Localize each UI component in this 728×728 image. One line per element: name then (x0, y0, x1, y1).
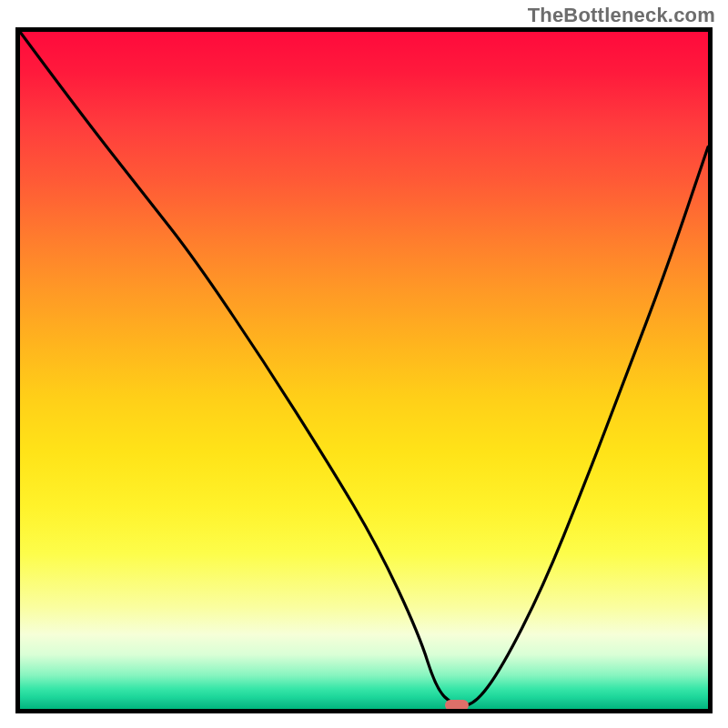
bottleneck-curve (20, 32, 708, 705)
watermark-text: TheBottleneck.com (528, 4, 715, 27)
plot-frame (15, 27, 713, 713)
minimum-marker (445, 700, 469, 711)
curve-svg (20, 32, 708, 709)
chart-container: TheBottleneck.com (0, 0, 728, 728)
